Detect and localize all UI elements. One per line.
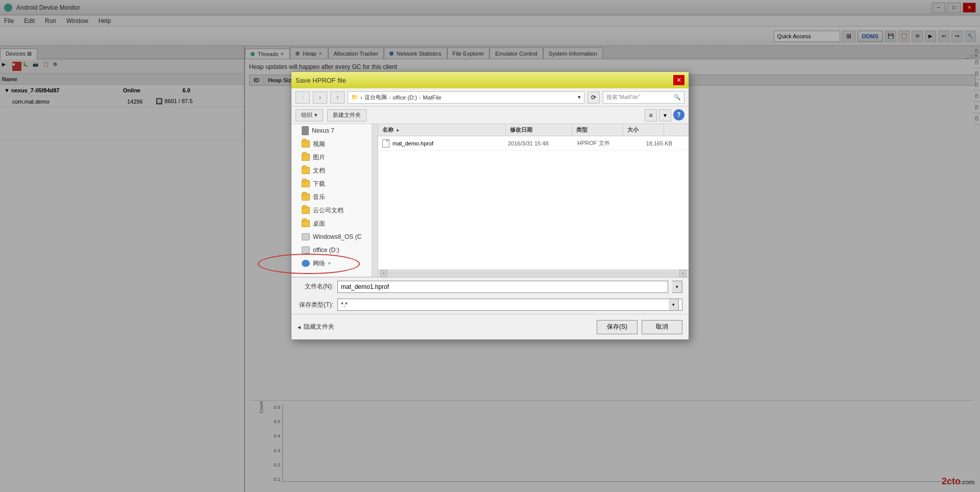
dialog-filename-row: 文件名(N): ▾	[291, 277, 689, 296]
org-label: 组织	[301, 111, 312, 119]
sidebar-office-label: office (D:)	[313, 247, 339, 254]
folder-desktop-icon	[302, 220, 310, 227]
file-hprof-date: 2016/3/31 15:48	[508, 140, 574, 146]
sidebar-item-music[interactable]: 音乐	[291, 190, 378, 204]
hide-folder-arrow-icon: ◂	[298, 324, 301, 331]
files-col-size[interactable]: 大小	[623, 124, 664, 136]
save-dialog: Save HPROF file ✕ ‹ › ↑ 📁 › 这台电脑 › offic…	[291, 71, 689, 340]
sidebar-cloud-label: 云公司文档	[313, 206, 344, 215]
save-button[interactable]: 保存(S)	[597, 320, 638, 334]
breadcrumb-sep2: ›	[419, 94, 421, 101]
files-header: 名称 ▲ 修改日期 类型 大小	[378, 124, 689, 136]
files-col-name[interactable]: 名称 ▲	[378, 124, 506, 136]
search-icon[interactable]: 🔍	[674, 94, 681, 101]
files-list: mat_demo.hprof 2016/3/31 15:48 HPROF 文件 …	[378, 136, 689, 269]
filename-input[interactable]	[337, 281, 668, 293]
file-hprof-size: 18,165 KB	[631, 140, 672, 146]
dialog-overlay: Save HPROF file ✕ ‹ › ↑ 📁 › 这台电脑 › offic…	[0, 0, 980, 492]
filetype-value: *.*	[341, 301, 348, 308]
sort-icon: ▲	[396, 128, 400, 132]
new-folder-button[interactable]: 新建文件夹	[327, 109, 366, 121]
hide-folder-toggle[interactable]: ◂ 隐藏文件夹	[298, 323, 334, 331]
folder-downloads-icon	[302, 180, 310, 187]
view-toggle-list[interactable]: ≡	[645, 109, 657, 121]
sidebar-downloads-label: 下载	[313, 180, 325, 188]
breadcrumb-level2[interactable]: MatFile	[423, 94, 442, 101]
cancel-button[interactable]: 取消	[642, 320, 682, 334]
view-toggle-dropdown[interactable]: ▾	[659, 109, 671, 121]
dialog-buttons: ◂ 隐藏文件夹 保存(S) 取消	[291, 314, 689, 339]
dialog-action-toolbar: 组织 ▾ 新建文件夹 ≡ ▾ ?	[291, 107, 689, 124]
search-box[interactable]: 搜索"MatFile" 🔍	[603, 91, 684, 104]
sidebar-item-desktop[interactable]: 桌面	[291, 217, 378, 230]
sidebar-video-label: 视频	[313, 140, 325, 149]
hscroll-right-arrow[interactable]: ›	[679, 270, 687, 277]
dialog-title: Save HPROF file	[296, 77, 346, 84]
sidebar-scrollbar[interactable]	[372, 124, 378, 277]
breadcrumb-level1[interactable]: office (D:)	[393, 94, 416, 101]
sidebar-item-video[interactable]: 视频	[291, 137, 378, 151]
sidebar-item-nexus7[interactable]: Nexus 7	[291, 124, 378, 137]
filetype-select[interactable]: *.* ▾	[337, 299, 682, 311]
dialog-navigation-toolbar: ‹ › ↑ 📁 › 这台电脑 › office (D:) › MatFile ▾…	[291, 88, 689, 107]
nav-up-button[interactable]: ↑	[330, 91, 345, 104]
breadcrumb[interactable]: 📁 › 这台电脑 › office (D:) › MatFile ▾	[348, 91, 584, 104]
folder-docs-icon	[302, 167, 310, 174]
dialog-body: Nexus 7 视频 图片 文档 下载	[291, 124, 689, 277]
breadcrumb-sep1: ›	[389, 94, 391, 101]
dialog-sidebar: Nexus 7 视频 图片 文档 下载	[291, 124, 378, 277]
sidebar-desktop-label: 桌面	[313, 219, 325, 228]
folder-cloud-icon	[302, 207, 310, 214]
filetype-dropdown-icon[interactable]: ▾	[669, 299, 679, 311]
sidebar-item-office[interactable]: office (D:)	[291, 243, 378, 257]
folder-images-icon	[302, 154, 310, 161]
filetype-label: 保存类型(T):	[298, 301, 333, 309]
dialog-filetype-row: 保存类型(T): *.* ▾	[291, 296, 689, 314]
files-col-date[interactable]: 修改日期	[506, 124, 572, 136]
filename-label: 文件名(N):	[298, 282, 333, 291]
sidebar-item-downloads[interactable]: 下载	[291, 177, 378, 190]
folder-video-icon	[302, 140, 310, 147]
sidebar-docs-label: 文档	[313, 166, 325, 175]
hide-folder-label: 隐藏文件夹	[304, 323, 334, 331]
sidebar-win8-label: Windows8_OS (C	[313, 233, 361, 240]
dialog-titlebar: Save HPROF file ✕	[291, 72, 689, 88]
sidebar-item-win8[interactable]: Windows8_OS (C	[291, 230, 378, 243]
breadcrumb-level0[interactable]: 这台电脑	[364, 93, 387, 101]
nav-back-button[interactable]: ‹	[296, 91, 310, 104]
dialog-horizontal-scrollbar[interactable]: ‹ ›	[378, 269, 689, 277]
sidebar-item-cloud[interactable]: 云公司文档	[291, 204, 378, 217]
breadcrumb-icon: 📁	[351, 94, 358, 101]
dialog-files: 名称 ▲ 修改日期 类型 大小 mat_demo.hprof 2016/3/31…	[378, 124, 689, 277]
filename-dropdown-button[interactable]: ▾	[672, 281, 682, 293]
nexus-icon	[302, 126, 309, 135]
file-hprof-type: HPROF 文件	[577, 139, 628, 147]
help-button[interactable]: ?	[673, 109, 684, 120]
sidebar-item-docs[interactable]: 文档	[291, 164, 378, 177]
sidebar-item-network[interactable]: 网络 ▾	[291, 257, 378, 270]
breadcrumb-dropdown-icon[interactable]: ▾	[578, 94, 581, 101]
nav-forward-button[interactable]: ›	[313, 91, 327, 104]
sidebar-nexus7-label: Nexus 7	[312, 127, 334, 134]
sidebar-images-label: 图片	[313, 153, 325, 162]
search-placeholder: 搜索"MatFile"	[606, 93, 640, 101]
files-col-type[interactable]: 类型	[572, 124, 623, 136]
file-hprof-name: mat_demo.hprof	[393, 140, 505, 146]
file-hprof-icon	[382, 139, 389, 147]
file-row-hprof[interactable]: mat_demo.hprof 2016/3/31 15:48 HPROF 文件 …	[378, 136, 689, 151]
network-icon	[302, 260, 310, 267]
sidebar-item-images[interactable]: 图片	[291, 151, 378, 164]
hscroll-left-arrow[interactable]: ‹	[380, 270, 387, 277]
drive-win8-icon	[302, 233, 310, 240]
dialog-close-button[interactable]: ✕	[673, 75, 684, 85]
org-dropdown-icon: ▾	[314, 112, 317, 118]
sidebar-music-label: 音乐	[313, 193, 325, 202]
folder-music-icon	[302, 193, 310, 201]
dialog-action-buttons: 保存(S) 取消	[597, 320, 682, 334]
refresh-button[interactable]: ⟳	[587, 91, 600, 104]
hscroll-track[interactable]	[388, 272, 678, 276]
breadcrumb-root: ›	[360, 94, 362, 101]
drive-office-icon	[302, 247, 310, 254]
network-dropdown-icon[interactable]: ▾	[328, 261, 331, 266]
org-button[interactable]: 组织 ▾	[296, 109, 323, 121]
